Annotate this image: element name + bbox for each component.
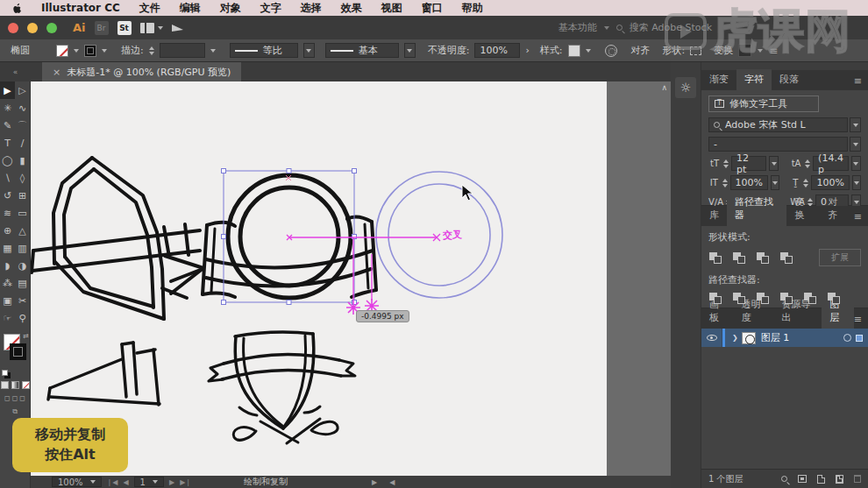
vertical-scale-field[interactable]: 100% bbox=[730, 175, 768, 190]
style-swatch[interactable] bbox=[568, 45, 580, 57]
first-artboard-icon[interactable]: ❘◀ bbox=[107, 478, 118, 486]
font-size-field[interactable]: 12 pt bbox=[731, 156, 766, 171]
type-tool[interactable]: T bbox=[0, 134, 15, 152]
draw-behind-icon[interactable]: ◻ bbox=[12, 394, 18, 402]
bridge-icon[interactable]: Br bbox=[95, 21, 109, 35]
document-setup-icon[interactable] bbox=[605, 45, 617, 57]
layer-row[interactable]: ❯ 图层 1 bbox=[701, 329, 868, 347]
none-button[interactable] bbox=[22, 381, 30, 389]
symbol-sprayer-tool[interactable]: ⁂ bbox=[0, 274, 15, 292]
zoom-tool[interactable]: ⚲ bbox=[15, 309, 30, 327]
artboard-number-select[interactable]: 1 bbox=[134, 477, 164, 487]
unite-button[interactable] bbox=[708, 251, 723, 265]
arrange-documents-button[interactable] bbox=[140, 23, 163, 33]
menu-select[interactable]: 选择 bbox=[301, 1, 322, 16]
menu-help[interactable]: 帮助 bbox=[462, 1, 483, 16]
horizontal-scale-field[interactable]: 100% bbox=[811, 175, 849, 190]
tab-character[interactable]: 字符 bbox=[736, 69, 772, 90]
layer-name[interactable]: 图层 1 bbox=[761, 331, 790, 344]
menu-view[interactable]: 视图 bbox=[381, 1, 402, 16]
paintbrush-tool[interactable]: ▮ bbox=[15, 152, 30, 169]
stroke-chevron-icon[interactable] bbox=[102, 49, 107, 53]
crop-button[interactable] bbox=[779, 292, 794, 305]
artboard-canvas[interactable]: 交叉 -0.4995 px bbox=[31, 81, 607, 476]
collapse-toolbar-icon[interactable]: « bbox=[0, 67, 31, 81]
column-graph-tool[interactable]: ▤ bbox=[15, 274, 30, 292]
pen-tool[interactable]: ✎ bbox=[0, 117, 15, 134]
font-style-chevron[interactable] bbox=[850, 137, 861, 152]
stock-icon[interactable]: St bbox=[117, 21, 132, 35]
minus-back-button[interactable] bbox=[827, 292, 842, 305]
font-family-chevron[interactable] bbox=[850, 117, 861, 132]
panel-menu-icon[interactable]: ≡ bbox=[854, 211, 862, 226]
style-chevron-icon[interactable] bbox=[586, 49, 591, 53]
magic-wand-tool[interactable]: ✳ bbox=[0, 99, 15, 117]
align-label[interactable]: 对齐 bbox=[631, 44, 651, 57]
app-name[interactable]: Illustrator CC bbox=[41, 2, 120, 14]
workspace-switcher[interactable]: 基本功能 bbox=[559, 21, 597, 34]
close-document-icon[interactable]: × bbox=[53, 67, 60, 78]
close-window-button[interactable] bbox=[8, 23, 18, 33]
color-button[interactable] bbox=[1, 381, 9, 389]
menu-type[interactable]: 文字 bbox=[260, 1, 281, 16]
shield-sketch-bottom[interactable] bbox=[209, 332, 355, 443]
gradient-button[interactable] bbox=[11, 381, 19, 389]
font-style-field[interactable]: - bbox=[708, 137, 848, 152]
stroke-color-well[interactable] bbox=[10, 343, 26, 360]
isolate-selected-button[interactable] bbox=[738, 44, 751, 57]
selection-tool[interactable]: ▶ bbox=[0, 81, 15, 99]
curvature-tool[interactable]: ⌒ bbox=[15, 117, 30, 134]
delete-layer-icon[interactable] bbox=[854, 475, 861, 483]
vertical-scale-stepper[interactable] bbox=[722, 179, 728, 187]
locate-object-icon[interactable] bbox=[781, 476, 787, 482]
leading-chevron[interactable] bbox=[851, 156, 861, 171]
line-segment-tool[interactable]: ∕ bbox=[15, 134, 30, 152]
share-icon[interactable] bbox=[172, 25, 183, 32]
hand-tool[interactable]: ☞ bbox=[0, 309, 15, 327]
next-artboard-icon[interactable]: ▶ bbox=[169, 478, 174, 486]
layer-expand-icon[interactable]: ❯ bbox=[732, 334, 738, 342]
make-mask-icon[interactable] bbox=[798, 475, 807, 483]
fill-chevron-icon[interactable] bbox=[74, 49, 79, 53]
layer-visibility-toggle[interactable] bbox=[701, 329, 722, 347]
artboard-tool[interactable]: ▣ bbox=[0, 292, 15, 309]
stroke-weight-field[interactable] bbox=[160, 43, 205, 58]
menu-effect[interactable]: 效果 bbox=[341, 1, 362, 16]
tab-gradient[interactable]: 渐变 bbox=[701, 69, 736, 90]
rotate-tool[interactable]: ↺ bbox=[0, 187, 15, 204]
scroll-up-icon[interactable]: ∧ bbox=[661, 83, 667, 92]
screen-mode-icon[interactable]: ⧉ bbox=[12, 407, 18, 416]
minimize-window-button[interactable] bbox=[27, 23, 38, 33]
draw-inside-icon[interactable]: ◻ bbox=[19, 394, 25, 402]
trim-button[interactable] bbox=[732, 292, 747, 305]
apple-icon[interactable] bbox=[12, 3, 22, 14]
mesh-tool[interactable]: ▦ bbox=[0, 239, 15, 257]
horizontal-scale-chevron[interactable] bbox=[852, 175, 861, 190]
scale-tool[interactable]: ⊞ bbox=[15, 187, 30, 204]
layer-selection-indicator[interactable] bbox=[856, 335, 863, 342]
status-play-icon[interactable]: ▶ bbox=[372, 478, 377, 486]
layer-target-icon[interactable] bbox=[843, 334, 851, 342]
perspective-grid-tool[interactable]: △ bbox=[15, 222, 30, 239]
last-artboard-icon[interactable]: ▶❘ bbox=[180, 478, 191, 486]
tab-libraries[interactable]: 库 bbox=[701, 205, 727, 226]
free-transform-tool[interactable]: ▭ bbox=[15, 204, 30, 222]
leading-stepper[interactable] bbox=[805, 159, 810, 168]
status-back-icon[interactable]: ◀ bbox=[389, 478, 395, 486]
layer-thumbnail[interactable] bbox=[742, 332, 756, 344]
blend-tool[interactable]: ◑ bbox=[15, 257, 30, 274]
document-tab[interactable]: × 未标题-1* @ 100% (RGB/GPU 预览) bbox=[42, 62, 241, 81]
badge-sketch-center[interactable] bbox=[203, 175, 376, 298]
merge-button[interactable] bbox=[756, 292, 771, 305]
intersect-button[interactable] bbox=[756, 251, 771, 265]
stroke-swatch[interactable] bbox=[84, 45, 96, 57]
menu-window[interactable]: 窗口 bbox=[422, 1, 443, 16]
menu-object[interactable]: 对象 bbox=[220, 1, 241, 16]
divide-button[interactable] bbox=[708, 292, 723, 305]
panel-menu-icon[interactable]: ≡ bbox=[854, 75, 862, 90]
zoom-level-select[interactable]: 100% bbox=[52, 477, 102, 487]
brush-chevron[interactable] bbox=[404, 43, 416, 58]
minus-front-button[interactable] bbox=[732, 251, 747, 265]
draw-normal-icon[interactable]: ◻ bbox=[4, 394, 11, 402]
transform-label[interactable]: 变换 bbox=[714, 44, 733, 57]
